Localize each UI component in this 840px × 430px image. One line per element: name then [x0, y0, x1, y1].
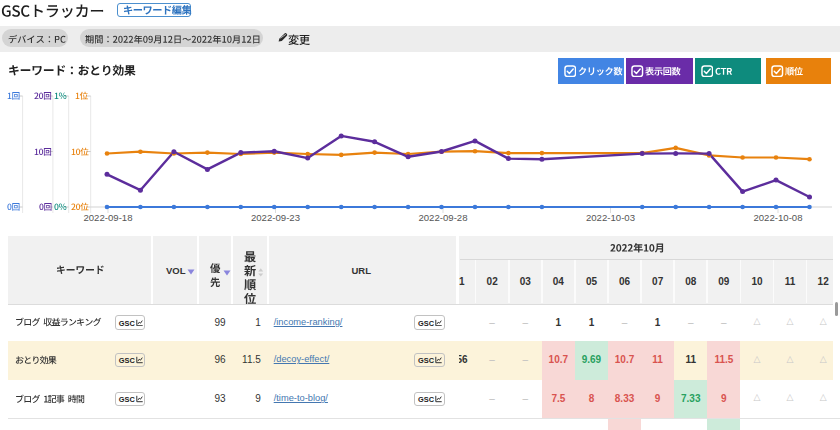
svg-text:2022-09-18: 2022-09-18: [83, 212, 132, 223]
svg-text:2022-10-08: 2022-10-08: [753, 212, 802, 223]
svg-text:2022-09-23: 2022-09-23: [251, 212, 300, 223]
svg-text:2022-10-03: 2022-10-03: [586, 212, 635, 223]
svg-text:2022-09-28: 2022-09-28: [418, 212, 467, 223]
